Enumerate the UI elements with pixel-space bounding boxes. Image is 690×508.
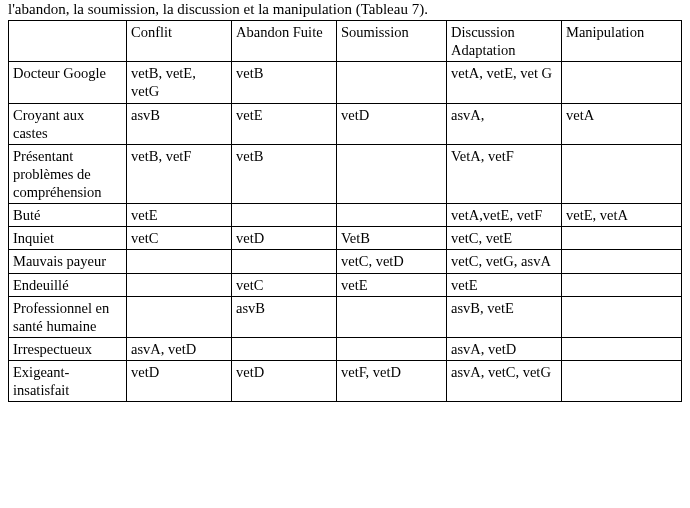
table-cell: [562, 144, 682, 203]
table-row: Exigeant-insatisfaitvetDvetDvetF, vetDas…: [9, 361, 682, 402]
table-cell: vetA: [562, 103, 682, 144]
col-header-conflit: Conflit: [127, 21, 232, 62]
table-cell: [232, 337, 337, 360]
table-cell: [232, 204, 337, 227]
table-row: Professionnel en santé humaineasvBasvB, …: [9, 296, 682, 337]
table-cell: vetD: [127, 361, 232, 402]
col-header-discussion-adaptation: Discussion Adaptation: [447, 21, 562, 62]
table-row: Présentant problèmes de compréhensionvet…: [9, 144, 682, 203]
table-cell: vetD: [232, 227, 337, 250]
table-row: ButévetEvetA,vetE, vetFvetE, vetA: [9, 204, 682, 227]
table-cell: vetB: [232, 144, 337, 203]
table-cell: asvB: [232, 296, 337, 337]
row-label: Croyant aux castes: [9, 103, 127, 144]
row-label: Professionnel en santé humaine: [9, 296, 127, 337]
table-header-row: Conflit Abandon Fuite Soumission Discuss…: [9, 21, 682, 62]
table-cell: vetB, vetF: [127, 144, 232, 203]
table-cell: VetA, vetF: [447, 144, 562, 203]
table-cell: [562, 273, 682, 296]
table-cell: vetE: [447, 273, 562, 296]
table-cell: vetE: [232, 103, 337, 144]
table-cell: asvA,: [447, 103, 562, 144]
table-cell: [562, 227, 682, 250]
table-cell: vetE: [127, 204, 232, 227]
table-cell: [127, 273, 232, 296]
col-header-manipulation: Manipulation: [562, 21, 682, 62]
table-cell: vetD: [337, 103, 447, 144]
table-cell: asvB, vetE: [447, 296, 562, 337]
row-label: Irrespectueux: [9, 337, 127, 360]
row-label: Exigeant-insatisfait: [9, 361, 127, 402]
table-cell: [562, 337, 682, 360]
intro-text: l'abandon, la soumission, la discussion …: [8, 0, 682, 18]
table-cell: vetA,vetE, vetF: [447, 204, 562, 227]
table-cell: asvA, vetD: [127, 337, 232, 360]
row-label: Docteur Google: [9, 62, 127, 103]
row-label: Mauvais payeur: [9, 250, 127, 273]
table-cell: vetC, vetG, asvA: [447, 250, 562, 273]
table-cell: vetB, vetE, vetG: [127, 62, 232, 103]
table-cell: asvB: [127, 103, 232, 144]
table-cell: [337, 144, 447, 203]
table-row: EndeuillévetCvetEvetE: [9, 273, 682, 296]
table-cell: [127, 296, 232, 337]
table-row: Docteur GooglevetB, vetE, vetGvetBvetA, …: [9, 62, 682, 103]
col-header-abandon-fuite: Abandon Fuite: [232, 21, 337, 62]
table-cell: [127, 250, 232, 273]
table-cell: vetE, vetA: [562, 204, 682, 227]
table-cell: vetC: [232, 273, 337, 296]
table-cell: vetA, vetE, vet G: [447, 62, 562, 103]
table-cell: asvA, vetC, vetG: [447, 361, 562, 402]
strategy-table: Conflit Abandon Fuite Soumission Discuss…: [8, 20, 682, 402]
table-cell: [562, 296, 682, 337]
table-cell: [337, 204, 447, 227]
table-cell: [562, 361, 682, 402]
table-row: Mauvais payeurvetC, vetDvetC, vetG, asvA: [9, 250, 682, 273]
table-cell: vetC: [127, 227, 232, 250]
row-label: Endeuillé: [9, 273, 127, 296]
table-cell: [232, 250, 337, 273]
table-cell: [337, 296, 447, 337]
table-cell: vetC, vetE: [447, 227, 562, 250]
table-cell: vetD: [232, 361, 337, 402]
table-row: Croyant aux castesasvBvetEvetDasvA,vetA: [9, 103, 682, 144]
table-cell: [562, 250, 682, 273]
table-row: IrrespectueuxasvA, vetDasvA, vetD: [9, 337, 682, 360]
table-cell: [562, 62, 682, 103]
row-label: Inquiet: [9, 227, 127, 250]
table-cell: vetF, vetD: [337, 361, 447, 402]
col-header-empty: [9, 21, 127, 62]
table-cell: [337, 337, 447, 360]
table-cell: vetC, vetD: [337, 250, 447, 273]
table-cell: vetB: [232, 62, 337, 103]
row-label: Buté: [9, 204, 127, 227]
table-cell: vetE: [337, 273, 447, 296]
row-label: Présentant problèmes de compréhension: [9, 144, 127, 203]
table-cell: [337, 62, 447, 103]
table-body: Docteur GooglevetB, vetE, vetGvetBvetA, …: [9, 62, 682, 402]
table-cell: VetB: [337, 227, 447, 250]
table-cell: asvA, vetD: [447, 337, 562, 360]
table-row: InquietvetCvetDVetBvetC, vetE: [9, 227, 682, 250]
col-header-soumission: Soumission: [337, 21, 447, 62]
